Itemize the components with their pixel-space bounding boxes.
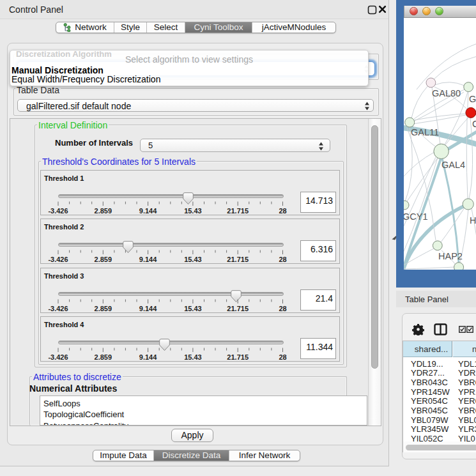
svg-text:GAL11: GAL11 [411, 127, 439, 137]
svg-text:GAL80: GAL80 [432, 88, 461, 98]
svg-text:GAL7: GAL7 [469, 94, 476, 104]
svg-text:GCY1: GCY1 [404, 211, 428, 222]
svg-text:HAP2: HAP2 [438, 251, 463, 261]
svg-text:GAL4: GAL4 [441, 160, 465, 170]
svg-text:CRP1: CRP1 [472, 119, 476, 129]
svg-text:HAP: HAP [470, 215, 476, 226]
